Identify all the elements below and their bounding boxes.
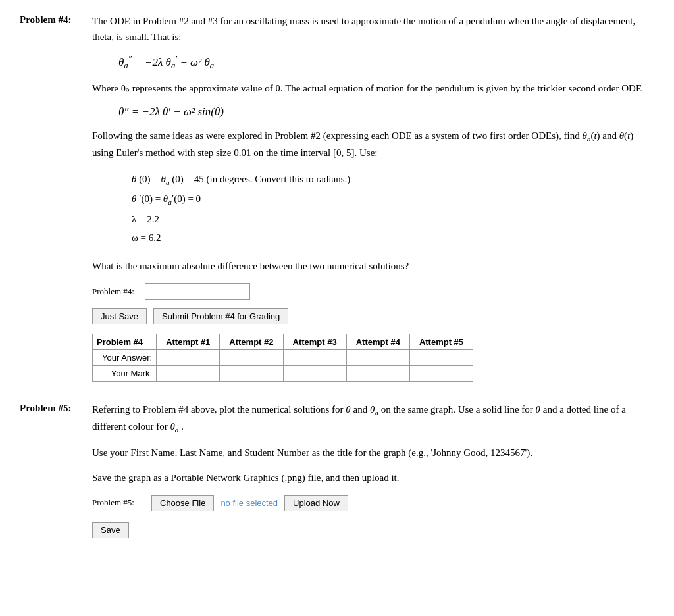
row-mark-label: Your Mark: (93, 365, 157, 381)
formula1-block: θa″ = −2λ θa′ − ω² θa (118, 54, 654, 71)
problem4-intro: The ODE in Problem #2 and #3 for an osci… (92, 13, 654, 45)
table-col2: Attempt #2 (220, 334, 283, 349)
table-col3: Attempt #3 (283, 334, 346, 349)
attempt5-answer (409, 349, 473, 365)
attempt1-answer (157, 349, 220, 365)
upload-now-button[interactable]: Upload Now (284, 495, 348, 511)
condition-2: θ ′(0) = θa′(0) = 0 (132, 190, 654, 209)
submit-button[interactable]: Submit Problem #4 for Grading (153, 308, 288, 324)
attempt2-mark (220, 365, 283, 381)
problem5-upload-row: Problem #5: Choose File no file selected… (92, 495, 654, 511)
attempts-table: Problem #4 Attempt #1 Attempt #2 Attempt… (92, 334, 473, 382)
table-col4: Attempt #4 (346, 334, 409, 349)
problem5-save-row: Save (92, 519, 654, 538)
conditions-block: θ (0) = θa (0) = 45 (in degrees. Convert… (132, 170, 654, 247)
attempt2-answer (220, 349, 283, 365)
problem4-title-bold: Problem #4: (20, 14, 71, 25)
choose-file-button[interactable]: Choose File (151, 495, 214, 511)
row-answer-label: Your Answer: (93, 349, 157, 365)
problem4-answer-input[interactable] (145, 283, 250, 300)
table-col0: Problem #4 (93, 334, 157, 349)
table-row-answer: Your Answer: (93, 349, 473, 365)
problem4-content: The ODE in Problem #2 and #3 for an osci… (86, 13, 654, 382)
problem5-para2: Use your First Name, Last Name, and Stud… (92, 445, 654, 461)
problem4-question: What is the maximum absolute difference … (92, 258, 654, 274)
problem5-para3: Save the graph as a Portable Network Gra… (92, 470, 654, 486)
attempt5-mark (409, 365, 473, 381)
problem4-answer-label: Problem #4: (92, 286, 145, 297)
problem5-title-bold: Problem #5: (20, 403, 71, 413)
problem4-answer-row: Problem #4: (92, 283, 654, 300)
save-button[interactable]: Save (92, 522, 129, 538)
condition-4: ω = 6.2 (132, 228, 654, 247)
attempt4-answer (346, 349, 409, 365)
formula2-block: θ″ = −2λ θ′ − ω² sin(θ) (118, 105, 654, 118)
table-col5: Attempt #5 (409, 334, 473, 349)
attempt3-mark (283, 365, 346, 381)
problem4-label: Problem #4: (20, 13, 86, 382)
problem4-para1: Where θₐ represents the approximate valu… (92, 80, 654, 96)
problem4-para2: Following the same ideas as were explore… (92, 128, 654, 161)
just-save-button[interactable]: Just Save (92, 308, 147, 324)
problem4-block: Problem #4: The ODE in Problem #2 and #3… (20, 13, 654, 382)
problem4-button-row: Just Save Submit Problem #4 for Grading (92, 308, 654, 324)
table-col1: Attempt #1 (157, 334, 220, 349)
problem5-block: Problem #5: Referring to Problem #4 abov… (20, 401, 654, 538)
attempt3-answer (283, 349, 346, 365)
condition-1: θ (0) = θa (0) = 45 (in degrees. Convert… (132, 170, 654, 190)
formula2-text: θ″ = −2λ θ′ − ω² sin(θ) (118, 105, 224, 118)
attempt1-mark (157, 365, 220, 381)
table-row-mark: Your Mark: (93, 365, 473, 381)
problem5-para1: Referring to Problem #4 above, plot the … (92, 401, 654, 436)
problem5-label: Problem #5: (20, 401, 86, 538)
condition-3: λ = 2.2 (132, 210, 654, 229)
no-file-text: no file selected (220, 498, 278, 508)
attempts-header-row: Problem #4 Attempt #1 Attempt #2 Attempt… (93, 334, 473, 349)
problem5-content: Referring to Problem #4 above, plot the … (86, 401, 654, 538)
attempt4-mark (346, 365, 409, 381)
problem5-file-label: Problem #5: (92, 498, 145, 508)
formula1-text: θa″ = −2λ θa′ − ω² θa (118, 56, 214, 68)
